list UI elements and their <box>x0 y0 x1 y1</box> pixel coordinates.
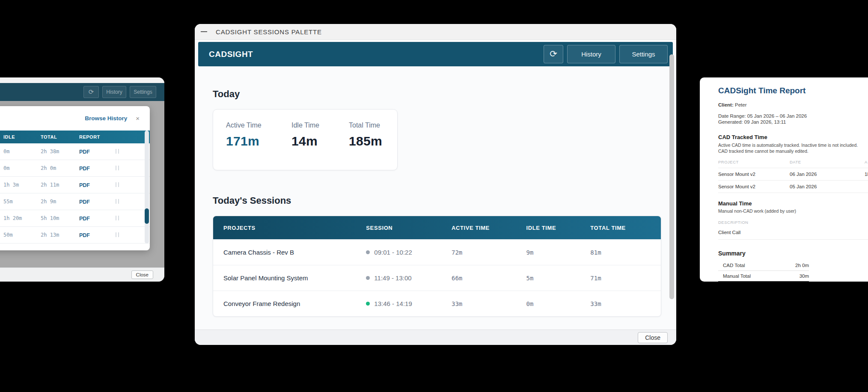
date-cell: 06 Jan 2026 <box>790 172 865 177</box>
pdf-link[interactable]: PDF <box>79 149 90 155</box>
history-row: 50m 2h 13m PDF <box>0 227 150 244</box>
browse-history-panel: Browse History × IDLE TOTAL REPORT 0m 2h… <box>0 106 150 250</box>
col-description: DESCRIPTION <box>718 220 868 225</box>
manual-row: Client Call <box>718 230 868 240</box>
session-row: Solar Panel Mounting System 11:49 - 13:0… <box>213 265 661 291</box>
settings-button[interactable]: Settings <box>130 86 156 98</box>
project-cell: Sensor Mount v2 <box>718 184 790 189</box>
main-content: Today Active Time 171m Idle Time 14m Tot… <box>195 83 676 330</box>
left-window-footer: Close <box>0 267 164 282</box>
refresh-button[interactable]: ⟳ <box>544 45 563 63</box>
history-row: 1h 3m 2h 11m PDF <box>0 177 150 193</box>
project-cell: Sensor Mount v2 <box>718 172 790 177</box>
col-projects: PROJECTS <box>213 225 366 231</box>
stat-value: 14m <box>291 134 349 148</box>
sessions-table-header: PROJECTS SESSION ACTIVE TIME IDLE TIME T… <box>213 216 661 239</box>
panel-scrollbar[interactable] <box>145 131 149 244</box>
background-sessions-window: ⟳ History Settings Browse History × IDLE… <box>0 77 164 282</box>
cad-tracked-heading: CAD Tracked Time <box>718 134 868 140</box>
history-table-header: IDLE TOTAL REPORT <box>0 131 150 143</box>
panel-scrollbar-thumb[interactable] <box>145 208 149 224</box>
active-value: 66m <box>452 275 526 282</box>
summary-heading: Summary <box>718 250 868 257</box>
total-value: 71m <box>590 275 661 282</box>
pdf-link[interactable]: PDF <box>79 166 90 172</box>
stat-label: Active Time <box>226 122 291 129</box>
close-button[interactable]: Close <box>131 270 153 279</box>
history-button[interactable]: History <box>102 86 126 98</box>
content-scrollbar-thumb[interactable] <box>669 54 674 299</box>
total-value: 2h 38m <box>41 148 79 154</box>
total-value: 2h 0m <box>41 165 79 171</box>
total-value: 33m <box>590 300 661 307</box>
idle-value: 5m <box>526 275 591 282</box>
idle-value: 50m <box>3 232 41 238</box>
stat-active-time: Active Time 171m <box>226 122 291 170</box>
idle-value: 55m <box>3 199 41 205</box>
window-footer: Close <box>195 330 676 345</box>
pdf-link[interactable]: PDF <box>79 199 90 205</box>
window-titlebar: CADSIGHT SESSIONS PALETTE <box>195 24 676 40</box>
status-dot <box>366 302 370 306</box>
settings-button[interactable]: Settings <box>619 45 668 63</box>
project-name: Camera Chassis - Rev B <box>213 249 366 256</box>
cad-note-1: Active CAD time is automatically tracked… <box>718 142 868 148</box>
project-name: Conveyor Frame Redesign <box>213 300 366 307</box>
idle-value: 0m <box>526 300 591 307</box>
total-value: 2h 9m <box>41 199 79 205</box>
total-value: 81m <box>590 249 661 256</box>
time-report-window: CADSight Time Report Client: Peter Date … <box>700 77 868 282</box>
stat-total-time: Total Time 185m <box>349 122 382 170</box>
pdf-link[interactable]: PDF <box>79 216 90 222</box>
left-window-header: ⟳ History Settings <box>0 83 164 101</box>
stat-value: 171m <box>226 134 291 148</box>
row-handle-icon <box>116 149 119 154</box>
sessions-palette-window: CADSIGHT SESSIONS PALETTE CADSIGHT ⟳ His… <box>195 24 676 345</box>
col-idle: IDLE <box>3 134 41 140</box>
stat-idle-time: Idle Time 14m <box>291 122 349 170</box>
history-button[interactable]: History <box>567 45 615 63</box>
pdf-link[interactable]: PDF <box>79 232 90 238</box>
left-window-titlebar <box>0 77 164 83</box>
pdf-link[interactable]: PDF <box>79 182 90 188</box>
app-header: CADSIGHT ⟳ History Settings <box>198 42 673 66</box>
col-project: PROJECT <box>718 160 790 164</box>
row-handle-icon <box>116 182 119 187</box>
col-active-time: ACTIVE TIME <box>452 225 526 231</box>
summary-row: CAD Total 2h 0m <box>718 260 809 271</box>
report-client: Client: Peter <box>718 102 868 108</box>
idle-value: 9m <box>526 249 591 256</box>
row-handle-icon <box>116 232 119 237</box>
summary-label: CAD Total <box>723 263 745 268</box>
active-cell: 1h <box>865 172 868 177</box>
row-handle-icon <box>116 199 119 204</box>
minimize-icon[interactable] <box>201 31 207 32</box>
today-stats-card: Active Time 171m Idle Time 14m Total Tim… <box>213 109 398 170</box>
col-total-time: TOTAL TIME <box>590 225 661 231</box>
refresh-button[interactable]: ⟳ <box>83 86 99 98</box>
summary-value: 2h 0m <box>795 263 809 268</box>
close-button[interactable]: Close <box>638 332 668 343</box>
today-heading: Today <box>213 89 676 100</box>
report-date-range: Date Range: 05 Jan 2026 – 06 Jan 2026 <box>718 113 868 119</box>
session-time: 13:46 - 14:19 <box>374 300 412 307</box>
left-window-dimmed-backdrop: Browse History × IDLE TOTAL REPORT 0m 2h… <box>0 101 164 267</box>
col-total: TOTAL <box>41 134 79 140</box>
idle-value: 1h 3m <box>3 182 41 188</box>
project-name: Solar Panel Mounting System <box>213 274 366 282</box>
stat-value: 185m <box>349 134 382 148</box>
total-value: 2h 11m <box>41 182 79 188</box>
client-label: Client: <box>718 102 734 107</box>
refresh-icon: ⟳ <box>550 49 557 59</box>
date-cell: 05 Jan 2026 <box>790 184 865 189</box>
history-row: 0m 2h 0m PDF <box>0 160 150 177</box>
active-value: 72m <box>452 249 526 256</box>
status-dot <box>366 250 370 254</box>
history-row: 0m 2h 38m PDF <box>0 143 150 160</box>
close-icon[interactable]: × <box>136 115 140 122</box>
total-value: 2h 13m <box>41 232 79 238</box>
idle-value: 0m <box>3 148 41 154</box>
report-title: CADSight Time Report <box>718 86 868 95</box>
active-value: 33m <box>452 300 526 307</box>
summary-row: Manual Total 30m <box>718 271 809 282</box>
